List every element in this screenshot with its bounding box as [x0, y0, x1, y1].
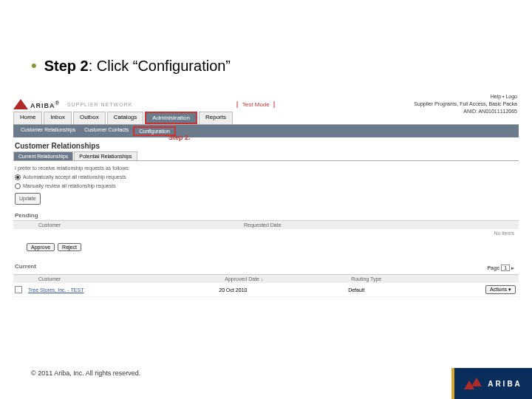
current-header: Customer Approved Date ↓ Routing Type — [13, 275, 519, 283]
heading-sep: : — [89, 58, 97, 74]
pager: Page 1 ▸ — [484, 263, 517, 273]
relationship-tabs: Current Relationships Potential Relation… — [13, 151, 519, 161]
main-tabs: Home Inbox Outbox Catalogs Administratio… — [13, 112, 519, 125]
prefs-opt2: Manually review all relationship request… — [23, 183, 116, 188]
pending-actions: Approve Reject — [13, 240, 519, 254]
approve-button[interactable]: Approve — [27, 243, 55, 251]
prefs-panel: I prefer to receive relationship request… — [13, 161, 519, 208]
prefs-intro: I prefer to receive relationship request… — [15, 164, 517, 173]
step-label: Step 2 — [44, 58, 89, 74]
col-customer: Customer — [35, 222, 241, 228]
tab-inbox[interactable]: Inbox — [44, 112, 72, 124]
brand-name: ARIBA® — [30, 100, 60, 109]
ariba-logo: ARIBA® — [13, 99, 60, 109]
heading-action: Click “Configuration” — [97, 58, 231, 74]
network-label: SUPPLIER NETWORK — [67, 102, 132, 107]
brand-bar: ARIBA® SUPPLIER NETWORK Test Mode Help ▪… — [13, 97, 519, 112]
col-customer2: Customer — [35, 276, 222, 282]
bullet-icon: • — [31, 58, 37, 74]
pending-title: Pending — [13, 208, 519, 221]
subtab-customer-relationships[interactable]: Customer Relationships — [16, 126, 80, 136]
slide-heading: • Step 2: Click “Configuration” — [0, 0, 532, 75]
test-mode-label: Test Mode — [237, 101, 275, 108]
section-title: Customer Relationships — [13, 137, 519, 151]
tab-administration[interactable]: Administration — [145, 112, 197, 124]
pager-next-icon[interactable]: ▸ — [511, 265, 514, 270]
prefs-opt1: Automatically accept all relationship re… — [23, 174, 126, 180]
col-approved-date: Approved Date ↓ — [222, 276, 348, 282]
radio-manual[interactable] — [15, 183, 21, 189]
minitab-potential[interactable]: Potential Relationships — [74, 151, 137, 160]
col-routing: Routing Type — [348, 276, 474, 282]
update-button[interactable]: Update — [15, 193, 41, 205]
tab-catalogs[interactable]: Catalogs — [107, 112, 144, 124]
footer-logo: ARIBA — [454, 368, 532, 399]
page-select[interactable]: 1 — [501, 265, 510, 271]
current-bar: Current Page 1 ▸ — [13, 259, 519, 275]
reject-button[interactable]: Reject — [58, 243, 81, 251]
row-checkbox[interactable] — [15, 286, 22, 293]
step2-callout: Step 2. — [168, 134, 191, 141]
footer-triangle-icon — [464, 378, 483, 389]
customer-link[interactable]: Tree Stores, Inc. - TEST — [28, 287, 83, 293]
no-items-label: No items — [13, 229, 519, 240]
pending-header: Customer Requested Date — [13, 221, 519, 229]
actions-button[interactable]: Actions ▾ — [485, 285, 516, 294]
sub-tabs: Customer Relationships Customer Contacts… — [13, 125, 519, 137]
row-route: Default — [345, 287, 474, 293]
tab-outbox[interactable]: Outbox — [73, 112, 106, 124]
tab-reports[interactable]: Reports — [199, 112, 233, 124]
triangle-icon — [13, 99, 28, 109]
app-screenshot: ARIBA® SUPPLIER NETWORK Test Mode Help ▪… — [13, 97, 519, 297]
row-date: 20 Oct 2010 — [216, 287, 345, 293]
copyright: © 2011 Ariba, Inc. All rights reserved. — [31, 369, 140, 377]
help-link[interactable]: Help — [491, 94, 501, 99]
col-requested-date: Requested Date — [241, 222, 380, 228]
tab-home[interactable]: Home — [13, 112, 42, 124]
radio-auto[interactable] — [15, 174, 21, 180]
footer-brand: ARIBA — [488, 380, 522, 388]
program-label: Supplier Programs, Full Access, Basic Pa… — [414, 100, 517, 108]
logout-link[interactable]: Logo — [505, 94, 517, 99]
subtab-customer-contacts[interactable]: Customer Contacts — [80, 126, 133, 136]
current-title: Current — [15, 263, 36, 273]
heading-text: Step 2: Click “Configuration” — [44, 58, 231, 75]
table-row: Tree Stores, Inc. - TEST 20 Oct 2010 Def… — [13, 283, 519, 297]
minitab-current[interactable]: Current Relationships — [13, 151, 73, 160]
